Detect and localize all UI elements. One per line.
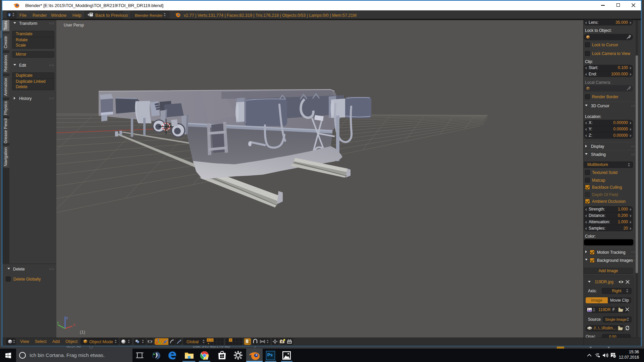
svg-text:z: z [66,316,68,320]
svg-text:User Persp: User Persp [64,23,84,27]
svg-text:i: i [9,13,10,17]
svg-text:y: y [57,320,59,324]
svg-text:x: x [73,322,75,326]
svg-text:(1): (1) [80,329,85,335]
